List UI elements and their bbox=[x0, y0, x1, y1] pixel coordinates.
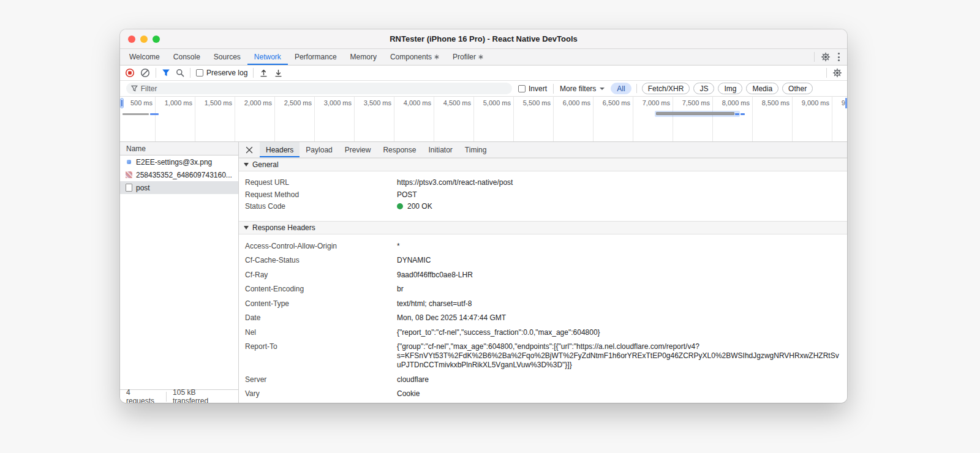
close-window-button[interactable] bbox=[128, 36, 135, 43]
request-row[interactable]: E2EE-settings@3x.png bbox=[120, 155, 238, 168]
name-column-header[interactable]: Name bbox=[120, 142, 238, 155]
network-settings-gear-icon[interactable] bbox=[832, 68, 842, 78]
divider bbox=[156, 68, 156, 78]
request-type-chip[interactable]: JS bbox=[693, 83, 714, 94]
search-icon[interactable] bbox=[176, 69, 184, 77]
chip-label: Fetch/XHR bbox=[648, 84, 684, 93]
tab-components[interactable]: Components bbox=[383, 49, 446, 65]
details-tab-timing[interactable]: Timing bbox=[459, 142, 493, 157]
title-bar: RNTester (iPhone 16 Pro) - React Native … bbox=[120, 29, 847, 49]
name-column-label: Name bbox=[126, 144, 146, 153]
request-count: 4 requests bbox=[126, 388, 160, 403]
network-main-area: Name E2EE-settings@3x.png 258435352_6486… bbox=[120, 142, 847, 403]
chevron-down-icon bbox=[600, 88, 605, 90]
header-value: Mon, 08 Dec 2025 14:47:44 GMT bbox=[397, 313, 842, 323]
request-type-chip[interactable]: Fetch/XHR bbox=[642, 83, 690, 94]
response-headers-section-header[interactable]: Response Headers bbox=[239, 221, 847, 234]
header-value: * bbox=[397, 242, 842, 251]
tab-label: Network bbox=[254, 53, 281, 61]
request-row[interactable]: post bbox=[120, 181, 238, 194]
network-overview-timeline[interactable]: 500 ms1,000 ms1,500 ms2,000 ms2,500 ms3,… bbox=[120, 97, 847, 142]
close-details-button[interactable] bbox=[239, 142, 260, 157]
more-filters-label: More filters bbox=[560, 84, 596, 93]
tab-welcome[interactable]: Welcome bbox=[123, 49, 167, 65]
request-details-panel: HeadersPayloadPreviewResponseInitiatorTi… bbox=[239, 142, 847, 403]
image-red-icon bbox=[125, 171, 132, 179]
header-name: Request URL bbox=[245, 178, 397, 187]
divider bbox=[190, 68, 190, 78]
react-panel-badge-icon bbox=[434, 54, 439, 59]
header-value: text/html; charset=utf-8 bbox=[397, 299, 842, 309]
details-tab-response[interactable]: Response bbox=[377, 142, 422, 157]
header-row: Cf-Cache-Status DYNAMIC bbox=[239, 253, 847, 268]
checkbox-box[interactable] bbox=[196, 69, 203, 77]
waterfall-bar bbox=[123, 113, 149, 115]
tab-performance[interactable]: Performance bbox=[288, 49, 344, 65]
header-name: Cf-Ray bbox=[245, 271, 397, 280]
more-options-icon[interactable] bbox=[837, 51, 841, 62]
request-name: E2EE-settings@3x.png bbox=[136, 158, 212, 167]
overview-right-handle[interactable] bbox=[845, 98, 847, 108]
header-value: {"group":"cf-nel","max_age":604800,"endp… bbox=[397, 342, 842, 370]
filter-funnel-icon[interactable] bbox=[162, 69, 170, 77]
request-type-chip[interactable]: Other bbox=[782, 83, 813, 94]
divider bbox=[166, 392, 167, 402]
window-title: RNTester (iPhone 16 Pro) - React Native … bbox=[390, 34, 578, 43]
general-section-header[interactable]: General bbox=[239, 158, 847, 171]
chip-label: All bbox=[617, 84, 625, 93]
network-filter-bar: Invert More filters AllFetch/XHRJSImgMed… bbox=[120, 81, 847, 97]
tab-sources[interactable]: Sources bbox=[207, 49, 247, 65]
zoom-window-button[interactable] bbox=[153, 36, 160, 43]
header-name: Content-Encoding bbox=[245, 285, 397, 294]
chip-label: Media bbox=[752, 84, 772, 93]
details-tab-payload[interactable]: Payload bbox=[300, 142, 338, 157]
tab-console[interactable]: Console bbox=[167, 49, 207, 65]
details-tab-label: Payload bbox=[306, 146, 332, 154]
divider bbox=[814, 52, 815, 62]
response-headers-section: Response Headers Access-Control-Allow-Or… bbox=[239, 221, 847, 402]
details-tab-initiator[interactable]: Initiator bbox=[422, 142, 458, 157]
preserve-log-checkbox[interactable]: Preserve log bbox=[196, 69, 247, 77]
divider bbox=[636, 84, 637, 93]
waterfall-bar bbox=[150, 113, 159, 115]
checkbox-box[interactable] bbox=[518, 85, 526, 92]
general-section-title: General bbox=[252, 160, 279, 169]
request-row[interactable]: 258435352_648609743160... bbox=[120, 168, 238, 181]
request-type-chip[interactable]: All bbox=[611, 83, 631, 94]
clear-network-log-icon[interactable] bbox=[140, 68, 150, 78]
record-network-log-icon[interactable] bbox=[125, 68, 135, 78]
export-har-icon[interactable] bbox=[274, 69, 283, 78]
network-summary-bar: 4 requests 105 kB transferred bbox=[120, 389, 238, 403]
settings-gear-icon[interactable] bbox=[821, 52, 831, 62]
invert-checkbox[interactable]: Invert bbox=[518, 84, 547, 93]
header-name: Report-To bbox=[245, 342, 397, 351]
details-tab-headers[interactable]: Headers bbox=[260, 142, 300, 157]
header-row: Content-Type text/html; charset=utf-8 bbox=[239, 297, 847, 312]
tab-memory[interactable]: Memory bbox=[344, 49, 383, 65]
overview-left-handle[interactable] bbox=[120, 98, 124, 108]
timeline-tick-label: 2,500 ms bbox=[275, 97, 315, 141]
tab-profiler[interactable]: Profiler bbox=[446, 49, 490, 65]
request-type-chip[interactable]: Img bbox=[718, 83, 742, 94]
waterfall-bar bbox=[735, 113, 739, 115]
devtools-tab-bar: Welcome Console Sources Network Performa bbox=[120, 49, 847, 66]
details-tab-label: Preview bbox=[345, 146, 371, 154]
chip-label: Other bbox=[788, 84, 807, 93]
more-filters-dropdown[interactable]: More filters bbox=[560, 84, 605, 93]
import-har-icon[interactable] bbox=[259, 69, 268, 78]
header-name: Server bbox=[245, 375, 397, 384]
image-blue-icon bbox=[125, 159, 132, 166]
filter-input[interactable] bbox=[141, 84, 507, 93]
timeline-tick-label: 6,500 ms bbox=[594, 97, 633, 141]
timeline-tick-label: 1,000 ms bbox=[156, 97, 195, 141]
request-type-chip[interactable]: Media bbox=[746, 83, 778, 94]
timeline-tick-label: 9,000 ms bbox=[793, 97, 832, 141]
details-tab-preview[interactable]: Preview bbox=[339, 142, 377, 157]
devtools-window: RNTester (iPhone 16 Pro) - React Native … bbox=[120, 29, 847, 403]
minimize-window-button[interactable] bbox=[140, 36, 148, 43]
tab-network[interactable]: Network bbox=[247, 49, 288, 65]
tab-label: Performance bbox=[295, 53, 337, 61]
tab-label: Memory bbox=[350, 53, 377, 61]
header-value: {"report_to":"cf-nel","success_fraction"… bbox=[397, 328, 842, 337]
timeline-tick-label: 4,000 ms bbox=[394, 97, 434, 141]
